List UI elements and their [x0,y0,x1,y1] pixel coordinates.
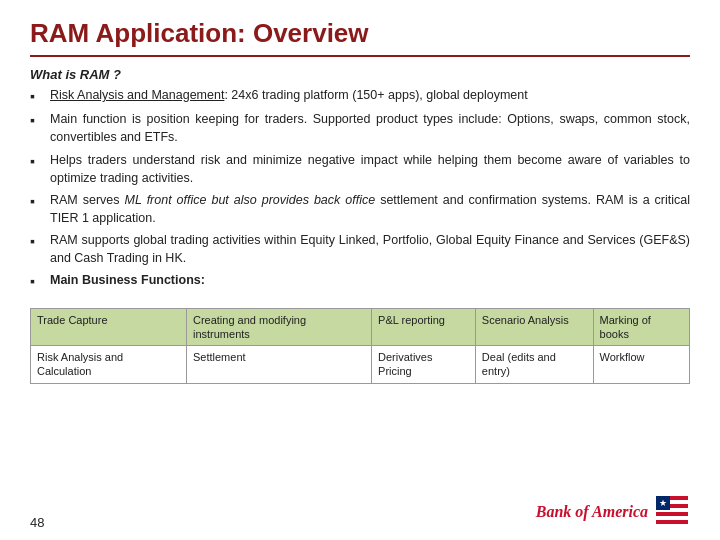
list-item: ▪ RAM supports global trading activities… [30,231,690,267]
bullet-marker: ▪ [30,110,46,130]
table-row-header: Trade Capture Creating and modifying ins… [31,308,690,346]
table-cell: Workflow [593,346,689,384]
table-cell: Deal (edits and entry) [475,346,593,384]
table-cell: Marking of books [593,308,689,346]
svg-rect-7 [656,516,688,520]
bullet-marker: ▪ [30,231,46,251]
list-item: ▪ Helps traders understand risk and mini… [30,151,690,187]
bank-logo-icon: ★ [654,494,690,530]
bold-text: Main Business Functions: [50,273,205,287]
bullet-text: Risk Analysis and Management: 24x6 tradi… [50,86,690,104]
table-cell: Risk Analysis and Calculation [31,346,187,384]
table-cell: Derivatives Pricing [372,346,476,384]
table-cell: Scenario Analysis [475,308,593,346]
bullet-text: RAM serves ML front office but also prov… [50,191,690,227]
table-cell: P&L reporting [372,308,476,346]
bullet-marker: ▪ [30,191,46,211]
bullet-list: ▪ Risk Analysis and Management: 24x6 tra… [30,86,690,296]
bullet-marker: ▪ [30,86,46,106]
list-item: ▪ RAM serves ML front office but also pr… [30,191,690,227]
table-cell: Settlement [186,346,371,384]
slide-container: RAM Application: Overview What is RAM ? … [0,0,720,540]
bullet-marker: ▪ [30,271,46,291]
footer: 48 Bank of America ★ [30,494,690,530]
section-label: What is RAM ? [30,67,690,82]
svg-text:★: ★ [659,498,667,508]
bullet-text: RAM supports global trading activities w… [50,231,690,267]
bullet-text-underline: Risk Analysis and Management [50,88,224,102]
bullet-text: Helps traders understand risk and minimi… [50,151,690,187]
list-item: ▪ Main Business Functions: [30,271,690,291]
table-cell: Creating and modifying instruments [186,308,371,346]
table-row-data: Risk Analysis and Calculation Settlement… [31,346,690,384]
bank-logo: Bank of America ★ [536,494,690,530]
bullet-marker: ▪ [30,151,46,171]
list-item: ▪ Main function is position keeping for … [30,110,690,146]
bullet-text: Main function is position keeping for tr… [50,110,690,146]
slide-title: RAM Application: Overview [30,18,690,57]
table-cell: Trade Capture [31,308,187,346]
svg-rect-8 [656,524,688,528]
bullet-text: Main Business Functions: [50,271,690,289]
functions-table: Trade Capture Creating and modifying ins… [30,308,690,384]
svg-rect-3 [656,512,688,516]
list-item: ▪ Risk Analysis and Management: 24x6 tra… [30,86,690,106]
page-number: 48 [30,515,44,530]
svg-rect-4 [656,520,688,524]
bank-name: Bank of America [536,503,648,521]
italic-text: ML front office but also provides back o… [125,193,376,207]
